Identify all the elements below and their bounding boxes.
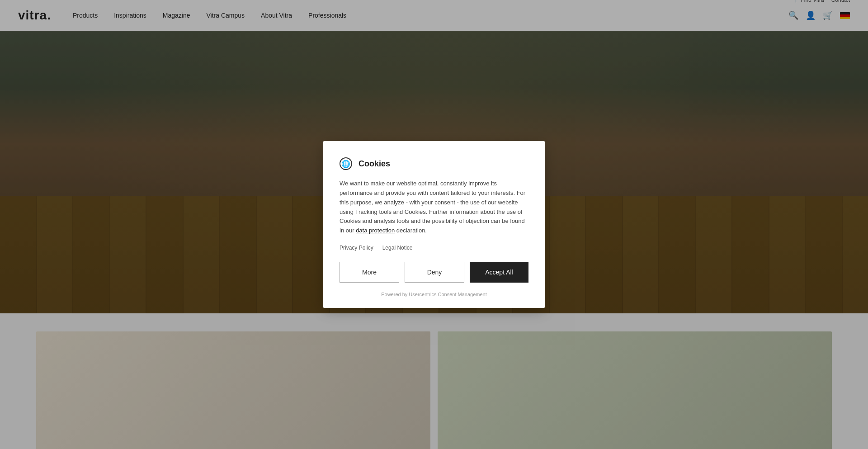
modal-buttons: More Deny Accept All	[340, 262, 528, 283]
accept-all-button[interactable]: Accept All	[470, 262, 528, 283]
modal-body-end: declaration.	[395, 227, 427, 234]
cookie-modal: 🌐 Cookies We want to make our website op…	[323, 141, 545, 308]
legal-notice-link[interactable]: Legal Notice	[382, 245, 413, 251]
modal-title: Cookies	[359, 159, 390, 169]
privacy-policy-link[interactable]: Privacy Policy	[340, 245, 373, 251]
powered-by: Powered by Usercentrics Consent Manageme…	[340, 292, 528, 297]
globe-icon: 🌐	[340, 157, 352, 170]
modal-body: We want to make our website optimal, con…	[340, 179, 528, 236]
modal-links: Privacy Policy Legal Notice	[340, 245, 528, 251]
deny-button[interactable]: Deny	[405, 262, 464, 283]
modal-overlay: 🌐 Cookies We want to make our website op…	[0, 0, 868, 449]
modal-header: 🌐 Cookies	[340, 157, 528, 170]
data-protection-link[interactable]: data protection	[356, 227, 395, 234]
more-button[interactable]: More	[340, 262, 399, 283]
modal-body-text: We want to make our website optimal, con…	[340, 180, 525, 234]
